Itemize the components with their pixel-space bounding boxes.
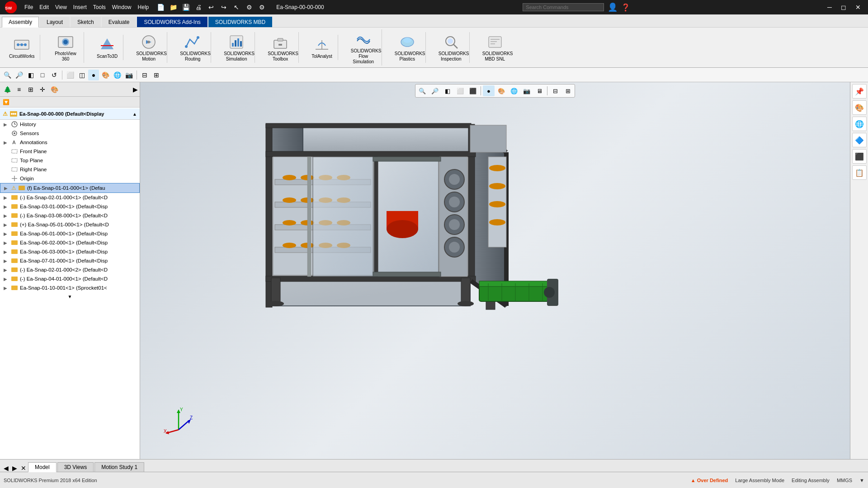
minimize-btn[interactable]: ─	[824, 3, 835, 12]
3d-viewport[interactable]: 🔍 🔎 ◧ ⬜ ⬛ ● 🎨 🌐 📷 🖥 ⊟ ⊞	[140, 82, 850, 459]
rp-display-states[interactable]: 📋	[852, 165, 867, 180]
displaymanager-icon[interactable]: 🎨	[49, 84, 60, 95]
vp-display2[interactable]: 🖥	[533, 85, 545, 96]
btn-routing[interactable]: SOLIDWORKS Routing	[178, 32, 207, 63]
rotate-btn[interactable]: ↺	[49, 70, 60, 80]
tree-item-ea-snap-07[interactable]: ▶ Ea-Snap-07-01-000<1> (Default<Disp	[0, 256, 140, 265]
btn-mbd[interactable]: SOLIDWORKS MBD SNL	[481, 32, 509, 63]
scroll-down-btn[interactable]: ▼	[68, 294, 72, 299]
configmanager-icon[interactable]: ⊞	[25, 84, 36, 95]
tree-item-ea-snap-06a[interactable]: ▶ Ea-Snap-06-01-000<1> (Default<Disp	[0, 229, 140, 238]
orient-btn[interactable]: 🔍	[2, 70, 13, 80]
menu-tools[interactable]: Tools	[90, 3, 108, 11]
3d-view-btn[interactable]: □	[37, 70, 48, 80]
tree-item-ea-snap-06b[interactable]: ▶ Ea-Snap-06-02-000<1> (Default<Disp	[0, 238, 140, 247]
zoom-btn[interactable]: 🔎	[14, 70, 24, 80]
tree-item-ea-snap-03b[interactable]: ▶ (-) Ea-Snap-03-08-000<1> (Default<D	[0, 211, 140, 220]
rp-hide-panel[interactable]: 📌	[852, 84, 867, 99]
close-btn[interactable]: ✕	[852, 3, 864, 12]
propertymanager-icon[interactable]: ≡	[14, 84, 24, 95]
tree-item-sensors[interactable]: Sensors	[0, 129, 140, 138]
restore-btn[interactable]: ◻	[837, 3, 850, 12]
tab-evaluate[interactable]: Evaluate	[102, 17, 137, 27]
btn-circuitworks[interactable]: CircuitWorks	[7, 35, 36, 60]
tree-item-ea-snap-02a[interactable]: ▶ (-) Ea-Snap-02-01-000<1> (Default<D	[0, 193, 140, 202]
btn-plastics[interactable]: SOLIDWORKS Plastics	[393, 32, 422, 63]
rp-appearances[interactable]: 🎨	[852, 100, 867, 115]
new-btn[interactable]: 📄	[155, 2, 166, 13]
tab-layout[interactable]: Layout	[40, 17, 70, 27]
scroll-right-btn[interactable]: ▶	[10, 465, 19, 472]
btn-toolbox[interactable]: SOLIDWORKS Toolbox	[266, 32, 295, 63]
vp-section[interactable]: ◧	[442, 85, 453, 96]
vp-quad[interactable]: ⊞	[562, 85, 574, 96]
tab-3d-views[interactable]: 3D Views	[57, 462, 94, 472]
color-btn[interactable]: 🎨	[100, 70, 111, 80]
menu-view[interactable]: View	[52, 3, 70, 11]
menu-window[interactable]: Window	[109, 3, 134, 11]
btn-motion[interactable]: SOLIDWORKS Motion	[134, 32, 163, 63]
scene-btn[interactable]: 📷	[123, 70, 134, 80]
tab-mbd[interactable]: SOLIDWORKS MBD	[208, 17, 272, 27]
menu-edit[interactable]: Edit	[37, 3, 52, 11]
tree-item-history[interactable]: ▶ History	[0, 120, 140, 129]
tree-item-origin[interactable]: Origin	[0, 174, 140, 183]
tab-sketch[interactable]: Sketch	[71, 17, 101, 27]
enviro-btn[interactable]: 🌐	[112, 70, 123, 80]
section-view-btn[interactable]: ◧	[25, 70, 36, 80]
vp-split[interactable]: ⊟	[549, 85, 561, 96]
print-btn[interactable]: 🖨	[193, 2, 204, 13]
btn-photoview[interactable]: PhotoView 360	[51, 32, 80, 63]
tree-item-right-plane[interactable]: Right Plane	[0, 165, 140, 174]
scroll-up-btn[interactable]: ▲	[132, 112, 137, 117]
scroll-left-btn[interactable]: ◀	[2, 465, 10, 472]
vp-display[interactable]: ●	[483, 85, 495, 96]
btn-scan[interactable]: ScanTo3D	[95, 35, 119, 60]
rp-decals[interactable]: 🔷	[852, 133, 867, 147]
tab-assembly[interactable]: Assembly	[2, 17, 39, 28]
add-tab-btn[interactable]: ✕	[19, 465, 28, 472]
rp-scene[interactable]: 🌐	[852, 117, 867, 131]
vp-3d-box[interactable]: ⬜	[454, 85, 466, 96]
tree-root-item[interactable]: ⚠ Ea-Snap-00-00-000 (Default<Display ▲	[0, 108, 140, 120]
vp-zoom-to-fit[interactable]: 🔍	[416, 85, 428, 96]
rp-3d-texture[interactable]: ⬛	[852, 149, 867, 164]
vp-zoom-in[interactable]: 🔎	[429, 85, 441, 96]
expand-panel-btn[interactable]: ▶	[133, 86, 138, 93]
wireframe-btn[interactable]: ⬜	[65, 70, 75, 80]
btn-simulation[interactable]: SOLIDWORKS Simulation	[222, 32, 251, 63]
vp-color[interactable]: 🎨	[495, 85, 507, 96]
command-search[interactable]	[523, 3, 604, 11]
btn-tolanalyst[interactable]: TolAnalyst	[310, 35, 334, 60]
featuretree-icon[interactable]: 🌲	[2, 84, 13, 95]
tab-motion-study[interactable]: Motion Study 1	[94, 462, 144, 472]
tree-item-ea-snap-02b[interactable]: ▶ (-) Ea-Snap-02-01-000<2> (Default<D	[0, 265, 140, 274]
units-arrow[interactable]: ▼	[859, 478, 864, 483]
tree-item-front-plane[interactable]: Front Plane	[0, 147, 140, 156]
shaded-btn[interactable]: ●	[88, 70, 99, 80]
rebuild-btn[interactable]: ⚙	[244, 2, 255, 13]
hidden-btn[interactable]: ◫	[76, 70, 87, 80]
select-btn[interactable]: ↖	[231, 2, 242, 13]
tree-item-ea-snap-05[interactable]: ▶ (+) Ea-Snap-05-01-000<1> (Default<D	[0, 220, 140, 229]
undo-btn[interactable]: ↩	[206, 2, 217, 13]
vp-scene[interactable]: 🌐	[508, 85, 520, 96]
open-btn[interactable]: 📁	[168, 2, 179, 13]
btn-inspection[interactable]: SOLIDWORKS Inspection	[437, 32, 466, 63]
dxfproperty-icon[interactable]: ✛	[37, 84, 48, 95]
tab-model[interactable]: Model	[28, 462, 57, 472]
help-icon[interactable]: ❓	[621, 3, 630, 12]
view-pane-btn[interactable]: ⊞	[151, 70, 162, 80]
save-btn[interactable]: 💾	[180, 2, 191, 13]
vp-camera[interactable]: 📷	[521, 85, 533, 96]
tree-item-ea-snap-03a[interactable]: ▶ Ea-Snap-03-01-000<1> (Default<Disp	[0, 202, 140, 211]
tree-item-annotations[interactable]: ▶ A Annotations	[0, 138, 140, 147]
tree-item-ea-snap-10[interactable]: ▶ Ea-Snap-01-10-001<1> (Sprocket01<	[0, 283, 140, 292]
tree-item-ea-snap-06c[interactable]: ▶ Ea-Snap-06-03-000<1> (Default<Disp	[0, 247, 140, 256]
tab-addins[interactable]: SOLIDWORKS Add-Ins	[137, 17, 207, 27]
menu-help[interactable]: Help	[135, 3, 152, 11]
redo-btn[interactable]: ↪	[218, 2, 229, 13]
vp-orient[interactable]: ⬛	[467, 85, 479, 96]
split-view-btn[interactable]: ⊟	[139, 70, 150, 80]
tree-item-top-plane[interactable]: Top Plane	[0, 156, 140, 165]
